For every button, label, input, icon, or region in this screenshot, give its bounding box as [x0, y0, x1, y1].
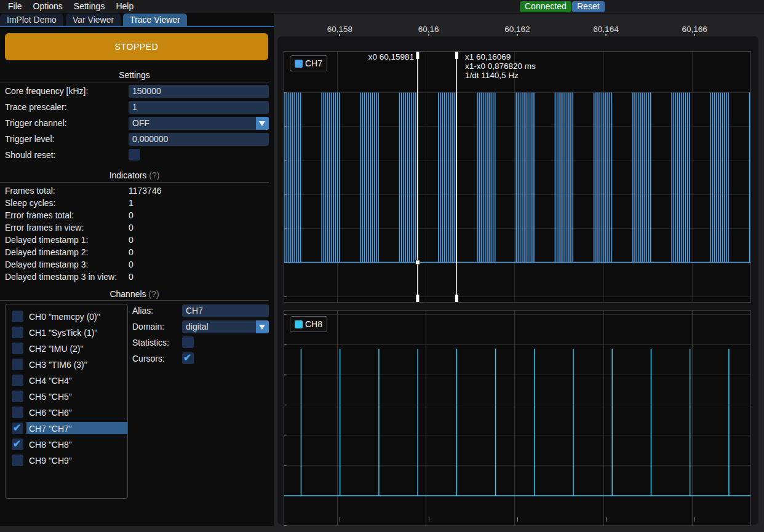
indicator-value-0: 1173746	[129, 186, 161, 196]
channel-checkbox-8[interactable]	[12, 439, 23, 450]
separator	[0, 82, 269, 82]
indicator-value-2: 0	[129, 210, 133, 220]
tab-bar: ImPlot DemoVar ViewerTrace Viewer	[0, 14, 274, 26]
setting-input-1[interactable]: 1	[129, 101, 269, 114]
indicator-value-5: 0	[129, 247, 133, 257]
indicator-label-2: Error frames total:	[5, 210, 74, 220]
tab-trace-viewer[interactable]: Trace Viewer	[123, 14, 187, 26]
channel-checkbox-1[interactable]	[12, 327, 23, 338]
indicator-label-5: Delayed timestamp 2:	[5, 247, 88, 257]
separator	[0, 182, 269, 183]
indicator-value-6: 0	[129, 260, 133, 269]
x-tick-label-2: 60,162	[504, 25, 530, 34]
x-tick-label-4: 60,166	[682, 25, 707, 34]
ch8-trace-canvas[interactable]	[284, 311, 750, 530]
ch7-color-swatch	[295, 60, 303, 68]
x-tick-label-0: 60,158	[327, 25, 352, 34]
channel-checkbox-7[interactable]	[12, 423, 23, 434]
cursor-delta-label: x1-x0 0,876820 ms	[465, 62, 536, 71]
trace-controls-panel: STOPPED Settings Core frequency [kHz]:15…	[0, 27, 274, 526]
chevron-down-icon[interactable]	[256, 117, 269, 130]
indicator-value-1: 1	[129, 198, 133, 208]
cursors-checkbox[interactable]	[182, 352, 194, 364]
setting-label-4: Should reset:	[5, 150, 56, 160]
chevron-down-icon[interactable]	[256, 320, 269, 333]
indicator-value-4: 0	[129, 235, 133, 245]
ch7-legend-label: CH7	[305, 58, 322, 68]
status-reset-button[interactable]: Reset	[572, 1, 605, 12]
indicator-label-3: Error frames in view:	[5, 223, 84, 232]
statistics-label: Statistics:	[132, 338, 169, 347]
menu-item-file[interactable]: File	[2, 0, 28, 13]
plot-ch8-legend[interactable]: CH8	[290, 316, 327, 332]
channel-checkbox-0[interactable]	[12, 311, 23, 322]
settings-section-title: Settings	[0, 70, 269, 80]
separator	[0, 300, 269, 301]
acquisition-state-button[interactable]: STOPPED	[5, 33, 268, 60]
channel-item-8[interactable]: CH8 "CH8"	[29, 440, 72, 450]
x-tick-label-1: 60,16	[418, 25, 439, 34]
x-tick-mark-bottom	[694, 517, 695, 522]
channel-checkbox-9[interactable]	[12, 455, 23, 466]
channels-section-title: Channels (?)	[0, 289, 269, 299]
channel-checkbox-3[interactable]	[12, 359, 23, 370]
cursor-x1-label: x1 60,16069	[465, 52, 511, 62]
setting-label-1: Trace prescaler:	[5, 102, 67, 112]
ch8-color-swatch	[295, 320, 303, 328]
x-tick-mark-bottom	[340, 517, 340, 522]
menu-item-options[interactable]: Options	[28, 0, 68, 13]
channel-item-7[interactable]: CH7 "CH7"	[29, 424, 72, 434]
plot-ch8[interactable]: CH8	[284, 310, 751, 530]
x-tick-label-3: 60,164	[593, 25, 618, 34]
channel-item-2[interactable]: CH2 "IMU (2)"	[29, 344, 84, 354]
channel-item-6[interactable]: CH6 "CH6"	[29, 408, 72, 418]
alias-field[interactable]: CH7	[182, 304, 269, 317]
indicators-section-title: Indicators (?)	[0, 170, 269, 180]
channel-item-5[interactable]: CH5 "CH5"	[29, 392, 72, 402]
plot-ch7[interactable]: CH7 x0 60,15981 x1 60,16069 x1-x0 0,8768…	[284, 51, 751, 303]
setting-combo-2[interactable]: OFF	[129, 117, 269, 130]
x-tick-mark-bottom	[429, 517, 429, 522]
domain-label: Domain:	[132, 322, 164, 332]
setting-input-3[interactable]: 0,000000	[129, 133, 269, 146]
indicator-label-7: Delayed timestamp 3 in view:	[5, 272, 117, 282]
domain-combo[interactable]: digital	[182, 320, 269, 333]
setting-input-0[interactable]: 150000	[129, 85, 269, 98]
statistics-checkbox[interactable]	[182, 336, 194, 348]
channel-checkbox-5[interactable]	[12, 391, 23, 402]
status-connected-button[interactable]: Connected	[520, 1, 571, 12]
channel-list: CH0 "memcpy (0)"CH1 "SysTick (1)"CH2 "IM…	[5, 304, 128, 499]
indicator-label-4: Delayed timestamp 1:	[5, 235, 88, 245]
channel-checkbox-2[interactable]	[12, 343, 23, 354]
channel-item-0[interactable]: CH0 "memcpy (0)"	[29, 312, 100, 322]
x-tick-mark-bottom	[517, 517, 518, 522]
indicator-value-7: 0	[129, 272, 133, 282]
setting-checkbox-4[interactable]	[129, 149, 140, 161]
indicator-value-3: 0	[129, 223, 133, 232]
tab-var-viewer[interactable]: Var Viewer	[66, 14, 121, 26]
help-icon[interactable]: (?)	[149, 170, 159, 180]
indicator-label-0: Frames total:	[5, 186, 55, 196]
x-tick-mark-bottom	[606, 517, 607, 522]
channel-item-4[interactable]: CH4 "CH4"	[29, 376, 72, 386]
setting-label-2: Trigger channel:	[5, 118, 67, 128]
help-icon[interactable]: (?)	[148, 289, 159, 299]
plot-region: 60,15860,1660,16260,16460,166 CH7 x0 60,…	[274, 14, 764, 526]
indicator-label-6: Delayed timestamp 3:	[5, 260, 88, 269]
cursors-label: Cursors:	[132, 354, 165, 363]
channel-item-9[interactable]: CH9 "CH9"	[29, 456, 72, 466]
setting-label-0: Core frequency [kHz]:	[5, 86, 88, 96]
ch7-trace-canvas[interactable]	[284, 52, 750, 302]
indicator-label-1: Sleep cycles:	[5, 198, 55, 208]
menu-item-help[interactable]: Help	[110, 0, 139, 13]
plot-ch7-legend[interactable]: CH7	[290, 55, 327, 71]
alias-label: Alias:	[132, 306, 153, 316]
channel-item-3[interactable]: CH3 "TIM6 (3)"	[29, 360, 87, 370]
menu-bar: FileOptionsSettingsHelp	[0, 0, 764, 13]
channel-checkbox-6[interactable]	[12, 407, 23, 418]
cursor-x0-label: x0 60,15981	[368, 52, 414, 62]
channel-checkbox-4[interactable]	[12, 375, 23, 386]
tab-implot-demo[interactable]: ImPlot Demo	[0, 14, 63, 26]
channel-item-1[interactable]: CH1 "SysTick (1)"	[29, 328, 97, 338]
menu-item-settings[interactable]: Settings	[68, 0, 111, 13]
